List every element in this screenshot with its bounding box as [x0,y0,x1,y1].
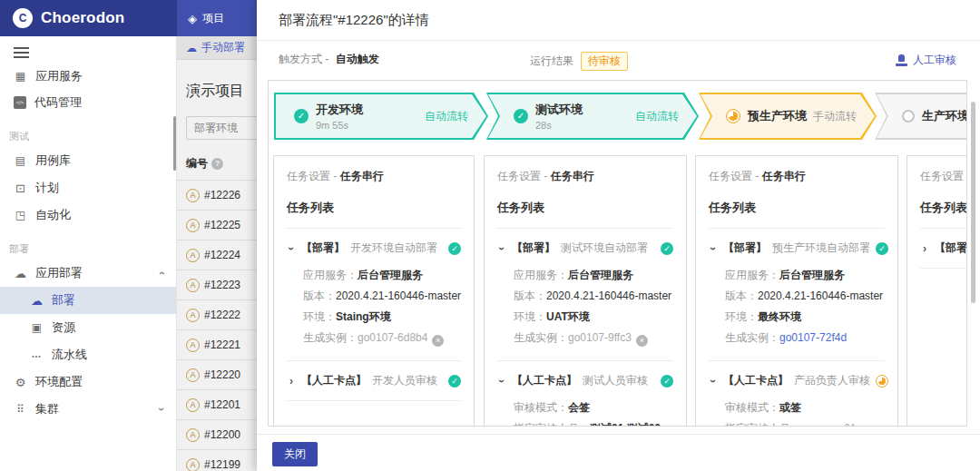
sidebar-item-app-service[interactable]: 应用服务 [0,71,176,89]
page-background: 演示项目 部署环境 编号 #12226 #12225 #12224 #12223… [177,60,257,471]
close-button[interactable]: 关闭 [272,442,318,466]
list-item[interactable]: #12225 [177,210,257,240]
stage-name: 预生产环境 [748,108,807,124]
sidebar-item-case-lib[interactable]: 用例库 [0,147,176,174]
chevron-down-icon[interactable] [287,242,296,255]
success-check-icon [514,109,528,123]
chevron-down-icon[interactable] [709,375,718,388]
sidebar-item-label: 资源 [52,319,75,336]
list-item[interactable]: #12200 [177,419,257,449]
sidebar-item-deploy[interactable]: 部署 [0,287,176,314]
auto-trigger-icon [186,279,200,292]
chevron-down-icon[interactable] [709,242,718,255]
list-item[interactable]: #12224 [177,240,257,270]
list-item[interactable]: #12223 [177,270,257,299]
review-link-label: 人工审核 [913,53,956,68]
chevron-down-icon[interactable] [497,242,506,255]
list-item[interactable]: #12221 [177,329,257,359]
pipeline-content: 开发环境 9m 55s 自动流转 测试环境 28s 自动流转 预生产环境 [268,80,967,427]
field-label: 应用服务： [725,269,779,281]
auto-trigger-icon [186,249,200,262]
auto-trigger-icon [186,398,200,412]
brand[interactable]: C Choerodon [0,0,177,36]
stage-header-pre-prod[interactable]: 预生产环境 手动流转 [699,93,877,140]
field-value: 后台管理服务 [568,269,633,281]
field-value: 会签 [568,401,590,414]
env-filter-select[interactable]: 部署环境 [186,116,257,140]
sidebar-item-label: 用例库 [35,152,71,169]
success-check-icon [661,375,673,388]
task-prefix: 【人工卡点】 [512,373,577,388]
flow-label: 自动流转 [425,109,468,124]
topbar-project-menu[interactable]: 项目 [177,0,257,36]
sidebar-item-cluster[interactable]: 集群 [0,396,176,423]
tab-manual-deploy[interactable]: 手动部署 [177,36,257,60]
sidebar-item-label: 集群 [35,401,59,417]
chevron-right-icon[interactable] [287,375,296,388]
field-value: 后台管理服务 [358,269,423,281]
stage-card-test: 任务设置 - 任务串行 任务列表 【部署】 测试环境自动部署 应用服务：后台管理… [484,155,687,427]
stamp-icon [896,54,907,66]
sidebar-item-automation[interactable]: 自动化 [0,201,176,229]
sidebar-item-app-deploy[interactable]: 应用部署 [0,260,176,287]
sidebar-item-resource[interactable]: 资源 [0,314,176,341]
manual-review-button[interactable]: 人工审核 [896,53,956,68]
field-value: 2020.4.21-160446-master [336,289,461,302]
chevron-right-icon[interactable] [920,242,929,255]
modal-footer: 关闭 [257,434,980,471]
settings-label: 任务设置 - [497,170,551,182]
task-review-test[interactable]: 【人工卡点】 测试人员审核 [497,373,673,388]
pending-clock-icon [726,109,740,123]
stage-duration: 28s [535,120,583,131]
list-item[interactable]: #12226 [177,180,257,210]
task-prefix: 【部署】 [935,240,967,256]
delete-instance-icon[interactable] [432,335,444,347]
row-number: #12225 [204,219,240,231]
stage-header-test[interactable]: 测试环境 28s 自动流转 [486,93,699,140]
stage-header-prod[interactable]: 生产环境 [875,93,967,140]
menu-toggle-icon[interactable] [14,47,29,49]
sidebar-section-deploy: 部署 [9,242,176,256]
sidebar-item-label: 代码管理 [34,94,82,111]
row-number: #12200 [204,428,240,441]
resource-icon [30,321,44,334]
sidebar-scrollbar[interactable] [173,116,176,171]
settings-label: 任务设置 - [920,170,967,182]
instance-link[interactable]: go0107-72f4d [779,331,847,344]
task-name: 测试环境自动部署 [561,240,648,256]
stage-card-pre-prod: 任务设置 - 任务串行 任务列表 【部署】 预生产环境自动部署 应用服务：后台管… [695,155,898,427]
success-check-icon [448,242,461,255]
chevron-down-icon[interactable] [497,375,506,388]
list-item[interactable]: #12201 [177,389,257,419]
task-deploy-test[interactable]: 【部署】 测试环境自动部署 [497,240,673,256]
help-icon[interactable] [211,158,223,170]
task-deploy-dev[interactable]: 【部署】 开发环境自动部署 [287,240,461,256]
task-deploy-prod[interactable]: 【部署】 生产环境自动部署 [920,240,967,256]
list-item[interactable]: #12220 [177,359,257,389]
modal-scrollbar[interactable] [971,102,975,303]
task-name: 产品负责人审核 [794,373,870,388]
page-title: 演示项目 [186,82,257,101]
sidebar-item-code[interactable]: 代码管理 [0,89,176,116]
task-review-dev[interactable]: 【人工卡点】 开发人员审核 [287,373,461,388]
chevron-up-icon[interactable] [160,267,163,280]
success-check-icon [661,242,673,255]
column-header-label: 编号 [186,156,208,172]
sidebar-item-pipeline[interactable]: 流水线 [0,341,176,368]
task-review-pre-prod[interactable]: 【人工卡点】 产品负责人审核 [709,373,885,388]
calendar-icon [14,182,27,195]
sidebar-item-env-config[interactable]: 环境配置 [0,368,176,396]
task-prefix: 【部署】 [301,240,345,256]
list-item[interactable]: #12222 [177,299,257,329]
stage-header-dev[interactable]: 开发环境 9m 55s 自动流转 [274,93,488,140]
task-prefix: 【部署】 [723,240,767,256]
list-item[interactable]: #12199 [177,449,257,471]
delete-instance-icon[interactable] [636,335,648,347]
task-name: 预生产环境自动部署 [772,240,870,256]
cloud-icon [186,42,197,54]
document-icon [14,154,27,167]
sidebar-item-plan[interactable]: 计划 [0,174,176,201]
task-deploy-pre-prod[interactable]: 【部署】 预生产环境自动部署 [709,240,885,256]
instance-value: go0107-9ffc3 [568,331,632,344]
chevron-down-icon[interactable] [160,403,163,416]
